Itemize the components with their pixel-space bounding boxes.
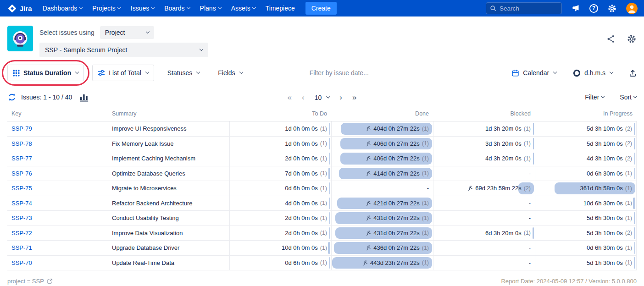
share-icon[interactable]	[606, 34, 616, 44]
next-page-button[interactable]: ›	[339, 94, 342, 101]
jira-logo[interactable]: Jira	[6, 4, 38, 13]
user-avatar[interactable]	[626, 3, 638, 14]
calendar-dropdown[interactable]: Calendar	[506, 65, 561, 81]
issue-count: (1)	[422, 170, 429, 176]
calendar-icon	[511, 69, 519, 77]
runner-icon	[467, 185, 473, 191]
issue-key-link[interactable]: SSP-74	[11, 200, 32, 207]
issue-date-filter-input[interactable]: Filter by issue date...	[310, 69, 369, 77]
key-cell: SSP-78	[7, 137, 108, 151]
fields-dropdown[interactable]: Fields	[213, 65, 247, 81]
pagination: « ‹ 10 › »	[288, 94, 357, 101]
nav-item-plans[interactable]: Plans	[195, 0, 226, 16]
create-button[interactable]: Create	[305, 2, 337, 15]
duration-value: 6d 3h 20m 0s	[485, 230, 522, 236]
report-toolbar: Status Duration List of Total Statuses F…	[7, 65, 637, 81]
issue-key-link[interactable]: SSP-73	[11, 214, 32, 221]
issue-key-link[interactable]: SSP-72	[11, 230, 32, 236]
chevron-down-icon	[145, 70, 149, 74]
jql-query-text: project = SSP	[7, 278, 44, 285]
last-page-button[interactable]: »	[352, 94, 356, 101]
duration-value: 1d 3h 20m 0s	[485, 125, 522, 132]
filter-dropdown[interactable]: Filter	[585, 94, 604, 101]
column-header-done[interactable]: Done	[331, 110, 433, 117]
project-value: SSP - Sample Scrum Project	[45, 46, 127, 54]
search-input[interactable]: Search	[486, 2, 562, 14]
todo-duration-cell: 0d 6h 0m 0s(1)	[229, 256, 331, 270]
table-header-row: Key Summary To Do Done Blocked In Progre…	[7, 110, 637, 121]
nav-item-projects[interactable]: Projects	[87, 0, 126, 16]
runner-icon	[365, 141, 371, 147]
sort-dropdown[interactable]: Sort	[620, 94, 637, 101]
key-cell: SSP-77	[7, 151, 108, 166]
issue-summary: Improve Data Visualization	[108, 226, 229, 241]
issue-key-link[interactable]: SSP-77	[11, 155, 32, 162]
issue-key-link[interactable]: SSP-79	[11, 125, 32, 132]
duration-value: 69d 23h 59m 22s	[475, 185, 521, 192]
calendar-label: Calendar	[523, 69, 549, 77]
table-body: SSP-79Improve UI Responsiveness1d 0h 0m …	[7, 121, 637, 270]
column-header-inprogress[interactable]: In Progress	[535, 110, 637, 117]
announcement-icon[interactable]	[571, 4, 580, 13]
blocked-duration-cell: 69d 23h 59m 22s(2)	[433, 181, 535, 196]
todo-duration-cell: 2d 0h 0m 0s(1)	[229, 226, 331, 241]
column-header-todo[interactable]: To Do	[229, 110, 331, 117]
nav-item-assets[interactable]: Assets	[226, 0, 261, 16]
page-size-dropdown[interactable]: 10	[315, 94, 330, 101]
time-format-dropdown[interactable]: d.h.m.s	[568, 65, 618, 81]
status-duration-table: Key Summary To Do Done Blocked In Progre…	[7, 110, 637, 270]
chevron-down-icon	[633, 94, 637, 98]
export-icon[interactable]	[629, 69, 637, 77]
column-header-summary[interactable]: Summary	[108, 110, 229, 117]
refresh-icon[interactable]	[7, 93, 17, 102]
issue-summary: Optimize Database Queries	[108, 166, 229, 181]
done-duration-cell: 443d 23h 27m 22s(1)	[331, 256, 433, 270]
todo-duration-cell: 2d 0h 0m 0s(1)	[229, 151, 331, 166]
project-dropdown[interactable]: SSP - Sample Scrum Project	[39, 43, 208, 57]
issue-summary: Update Real-Time Data	[108, 256, 229, 270]
nav-item-boards[interactable]: Boards	[159, 0, 194, 16]
table-row: SSP-79Improve UI Responsiveness1d 0h 0m …	[7, 121, 637, 137]
nav-item-timepiece[interactable]: Timepiece	[261, 0, 300, 16]
issue-key-link[interactable]: SSP-70	[11, 259, 32, 266]
column-header-key[interactable]: Key	[7, 110, 108, 117]
runner-icon	[365, 215, 371, 221]
issue-summary: Conduct Usability Testing	[108, 211, 229, 226]
first-page-button[interactable]: «	[288, 94, 292, 101]
issue-key-link[interactable]: SSP-78	[11, 140, 32, 147]
fields-label: Fields	[218, 69, 235, 77]
column-header-blocked[interactable]: Blocked	[433, 110, 535, 117]
help-icon[interactable]: ?	[589, 4, 598, 13]
issue-count: (1)	[625, 215, 632, 221]
nav-item-dashboards[interactable]: Dashboards	[38, 0, 88, 16]
issue-count: (1)	[422, 230, 429, 236]
prev-page-button[interactable]: ‹	[302, 94, 305, 101]
issue-key-link[interactable]: SSP-71	[11, 244, 32, 251]
blocked-duration-cell: -	[433, 211, 535, 226]
issue-source-dropdown[interactable]: Project	[100, 26, 154, 39]
inprogress-duration-cell: 5d 6h 30m 0s(1)	[535, 211, 637, 226]
duration-value: 0d 6h 0m 0s	[285, 185, 318, 192]
issue-key-link[interactable]: SSP-76	[11, 170, 32, 177]
inprogress-duration-cell: 5d 3h 10m 0s(2)	[535, 226, 637, 241]
report-type-dropdown[interactable]: Status Duration	[7, 65, 84, 81]
statuses-dropdown[interactable]: Statuses	[162, 65, 205, 81]
settings-gear-icon[interactable]	[607, 4, 617, 13]
done-duration-cell: 436d 0h 27m 22s(1)	[331, 241, 433, 255]
key-cell: SSP-72	[7, 226, 108, 241]
key-cell: SSP-79	[7, 121, 108, 136]
table-row: SSP-72Improve Data Visualization2d 0h 0m…	[7, 226, 637, 241]
issue-count: (1)	[422, 200, 429, 206]
runner-icon	[365, 170, 371, 176]
chart-view-button[interactable]	[79, 93, 89, 102]
chevron-down-icon	[75, 70, 79, 74]
report-settings-gear-icon[interactable]	[627, 34, 637, 44]
chevron-down-icon	[196, 70, 200, 74]
view-mode-dropdown[interactable]: List of Total	[92, 65, 154, 81]
issue-key-link[interactable]: SSP-75	[11, 185, 32, 192]
jql-query-link[interactable]: project = SSP	[7, 278, 53, 285]
inprogress-duration-cell: 5d 3h 10m 0s(2)	[535, 137, 637, 151]
blocked-duration-cell: -	[433, 256, 535, 270]
chevron-down-icon	[252, 6, 255, 9]
nav-item-issues[interactable]: Issues	[126, 0, 159, 16]
